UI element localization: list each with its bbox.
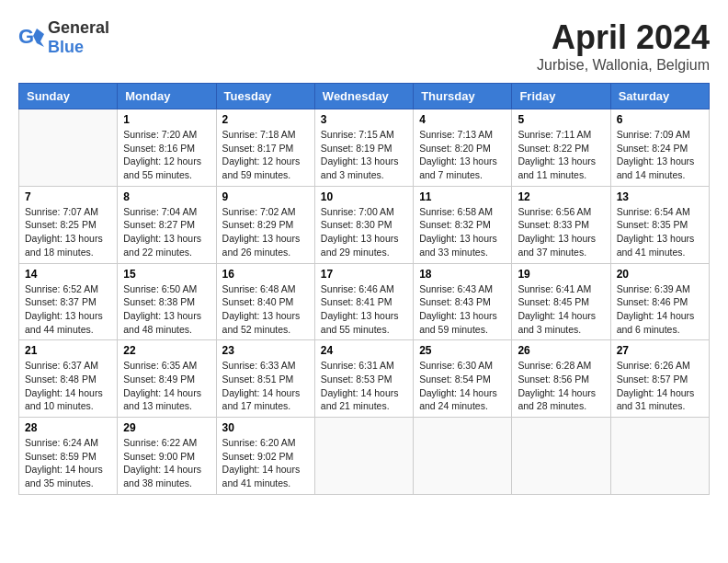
calendar-cell: 28Sunrise: 6:24 AM Sunset: 8:59 PM Dayli… xyxy=(19,418,118,495)
title-area: April 2024 Jurbise, Wallonia, Belgium xyxy=(537,18,710,74)
calendar-cell: 5Sunrise: 7:11 AM Sunset: 8:22 PM Daylig… xyxy=(512,109,610,187)
calendar-cell: 13Sunrise: 6:54 AM Sunset: 8:35 PM Dayli… xyxy=(610,186,709,263)
day-info: Sunrise: 6:31 AM Sunset: 8:53 PM Dayligh… xyxy=(321,359,407,413)
day-number: 17 xyxy=(321,268,407,281)
day-number: 12 xyxy=(518,190,604,203)
day-info: Sunrise: 6:58 AM Sunset: 8:32 PM Dayligh… xyxy=(419,205,506,259)
page-header: G General Blue April 2024 Jurbise, Wallo… xyxy=(18,18,710,74)
calendar-cell: 8Sunrise: 7:04 AM Sunset: 8:27 PM Daylig… xyxy=(118,186,216,263)
day-number: 26 xyxy=(518,344,604,357)
day-number: 29 xyxy=(123,421,210,434)
day-number: 28 xyxy=(25,421,111,434)
calendar-cell xyxy=(610,418,709,495)
calendar-cell: 20Sunrise: 6:39 AM Sunset: 8:46 PM Dayli… xyxy=(610,263,709,340)
day-number: 25 xyxy=(419,344,506,357)
calendar-cell: 19Sunrise: 6:41 AM Sunset: 8:45 PM Dayli… xyxy=(512,263,610,340)
logo-icon: G xyxy=(18,25,44,51)
day-number: 22 xyxy=(123,344,210,357)
day-number: 21 xyxy=(25,344,111,357)
header-day-wednesday: Wednesday xyxy=(314,84,413,109)
day-number: 24 xyxy=(321,344,407,357)
day-info: Sunrise: 6:46 AM Sunset: 8:41 PM Dayligh… xyxy=(321,282,407,337)
day-number: 6 xyxy=(617,113,703,126)
calendar-cell: 23Sunrise: 6:33 AM Sunset: 8:51 PM Dayli… xyxy=(216,340,314,418)
calendar-cell: 30Sunrise: 6:20 AM Sunset: 9:02 PM Dayli… xyxy=(216,418,314,495)
day-number: 7 xyxy=(25,190,111,203)
header-day-tuesday: Tuesday xyxy=(216,84,314,109)
day-number: 5 xyxy=(518,113,604,126)
day-info: Sunrise: 7:11 AM Sunset: 8:22 PM Dayligh… xyxy=(518,128,604,182)
calendar-cell: 11Sunrise: 6:58 AM Sunset: 8:32 PM Dayli… xyxy=(414,186,512,263)
day-number: 15 xyxy=(123,268,210,281)
calendar-cell: 1Sunrise: 7:20 AM Sunset: 8:16 PM Daylig… xyxy=(118,109,216,187)
location-subtitle: Jurbise, Wallonia, Belgium xyxy=(537,57,710,74)
day-info: Sunrise: 6:39 AM Sunset: 8:46 PM Dayligh… xyxy=(617,282,703,337)
day-number: 3 xyxy=(321,113,407,126)
day-number: 4 xyxy=(419,113,506,126)
day-info: Sunrise: 7:02 AM Sunset: 8:29 PM Dayligh… xyxy=(222,205,309,259)
calendar-week-1: 1Sunrise: 7:20 AM Sunset: 8:16 PM Daylig… xyxy=(19,109,710,187)
calendar-table: SundayMondayTuesdayWednesdayThursdayFrid… xyxy=(18,83,710,495)
day-number: 9 xyxy=(222,190,309,203)
calendar-cell: 21Sunrise: 6:37 AM Sunset: 8:48 PM Dayli… xyxy=(19,340,118,418)
day-info: Sunrise: 6:43 AM Sunset: 8:43 PM Dayligh… xyxy=(419,282,506,337)
day-number: 13 xyxy=(617,190,703,203)
day-info: Sunrise: 6:56 AM Sunset: 8:33 PM Dayligh… xyxy=(518,205,604,259)
day-number: 10 xyxy=(321,190,407,203)
day-info: Sunrise: 6:37 AM Sunset: 8:48 PM Dayligh… xyxy=(25,359,111,413)
day-info: Sunrise: 7:07 AM Sunset: 8:25 PM Dayligh… xyxy=(25,205,111,259)
svg-text:G: G xyxy=(18,25,34,48)
calendar-week-4: 21Sunrise: 6:37 AM Sunset: 8:48 PM Dayli… xyxy=(19,340,710,418)
day-number: 2 xyxy=(222,113,309,126)
day-info: Sunrise: 6:33 AM Sunset: 8:51 PM Dayligh… xyxy=(222,359,309,413)
header-day-thursday: Thursday xyxy=(414,84,512,109)
day-info: Sunrise: 6:52 AM Sunset: 8:37 PM Dayligh… xyxy=(25,282,111,337)
calendar-cell: 4Sunrise: 7:13 AM Sunset: 8:20 PM Daylig… xyxy=(414,109,512,187)
calendar-cell: 17Sunrise: 6:46 AM Sunset: 8:41 PM Dayli… xyxy=(314,263,413,340)
day-number: 11 xyxy=(419,190,506,203)
day-number: 19 xyxy=(518,268,604,281)
day-info: Sunrise: 6:35 AM Sunset: 8:49 PM Dayligh… xyxy=(123,359,210,413)
calendar-cell: 16Sunrise: 6:48 AM Sunset: 8:40 PM Dayli… xyxy=(216,263,314,340)
day-number: 18 xyxy=(419,268,506,281)
calendar-cell: 12Sunrise: 6:56 AM Sunset: 8:33 PM Dayli… xyxy=(512,186,610,263)
calendar-cell: 7Sunrise: 7:07 AM Sunset: 8:25 PM Daylig… xyxy=(19,186,118,263)
calendar-cell: 25Sunrise: 6:30 AM Sunset: 8:54 PM Dayli… xyxy=(414,340,512,418)
day-info: Sunrise: 7:13 AM Sunset: 8:20 PM Dayligh… xyxy=(419,128,506,182)
calendar-cell: 14Sunrise: 6:52 AM Sunset: 8:37 PM Dayli… xyxy=(19,263,118,340)
calendar-cell: 26Sunrise: 6:28 AM Sunset: 8:56 PM Dayli… xyxy=(512,340,610,418)
day-info: Sunrise: 6:28 AM Sunset: 8:56 PM Dayligh… xyxy=(518,359,604,413)
day-number: 8 xyxy=(123,190,210,203)
svg-marker-1 xyxy=(33,29,44,47)
month-title: April 2024 xyxy=(537,18,710,57)
day-info: Sunrise: 7:18 AM Sunset: 8:17 PM Dayligh… xyxy=(222,128,309,182)
calendar-cell: 24Sunrise: 6:31 AM Sunset: 8:53 PM Dayli… xyxy=(314,340,413,418)
calendar-body: 1Sunrise: 7:20 AM Sunset: 8:16 PM Daylig… xyxy=(19,109,710,495)
calendar-week-5: 28Sunrise: 6:24 AM Sunset: 8:59 PM Dayli… xyxy=(19,418,710,495)
header-day-saturday: Saturday xyxy=(610,84,709,109)
calendar-cell: 15Sunrise: 6:50 AM Sunset: 8:38 PM Dayli… xyxy=(118,263,216,340)
calendar-cell: 27Sunrise: 6:26 AM Sunset: 8:57 PM Dayli… xyxy=(610,340,709,418)
calendar-cell: 18Sunrise: 6:43 AM Sunset: 8:43 PM Dayli… xyxy=(414,263,512,340)
day-number: 23 xyxy=(222,344,309,357)
header-day-sunday: Sunday xyxy=(19,84,118,109)
day-info: Sunrise: 6:24 AM Sunset: 8:59 PM Dayligh… xyxy=(25,436,111,490)
calendar-cell xyxy=(512,418,610,495)
header-day-monday: Monday xyxy=(118,84,216,109)
day-number: 14 xyxy=(25,268,111,281)
calendar-cell: 2Sunrise: 7:18 AM Sunset: 8:17 PM Daylig… xyxy=(216,109,314,187)
calendar-cell: 6Sunrise: 7:09 AM Sunset: 8:24 PM Daylig… xyxy=(610,109,709,187)
day-info: Sunrise: 7:15 AM Sunset: 8:19 PM Dayligh… xyxy=(321,128,407,182)
calendar-cell xyxy=(314,418,413,495)
calendar-week-3: 14Sunrise: 6:52 AM Sunset: 8:37 PM Dayli… xyxy=(19,263,710,340)
day-number: 27 xyxy=(617,344,703,357)
logo-general: General xyxy=(48,18,109,37)
day-info: Sunrise: 7:09 AM Sunset: 8:24 PM Dayligh… xyxy=(617,128,703,182)
day-info: Sunrise: 7:04 AM Sunset: 8:27 PM Dayligh… xyxy=(123,205,210,259)
calendar-header: SundayMondayTuesdayWednesdayThursdayFrid… xyxy=(19,84,710,109)
calendar-cell xyxy=(414,418,512,495)
logo: G General Blue xyxy=(18,18,109,57)
calendar-cell: 3Sunrise: 7:15 AM Sunset: 8:19 PM Daylig… xyxy=(314,109,413,187)
day-info: Sunrise: 6:48 AM Sunset: 8:40 PM Dayligh… xyxy=(222,282,309,337)
day-info: Sunrise: 6:30 AM Sunset: 8:54 PM Dayligh… xyxy=(419,359,506,413)
